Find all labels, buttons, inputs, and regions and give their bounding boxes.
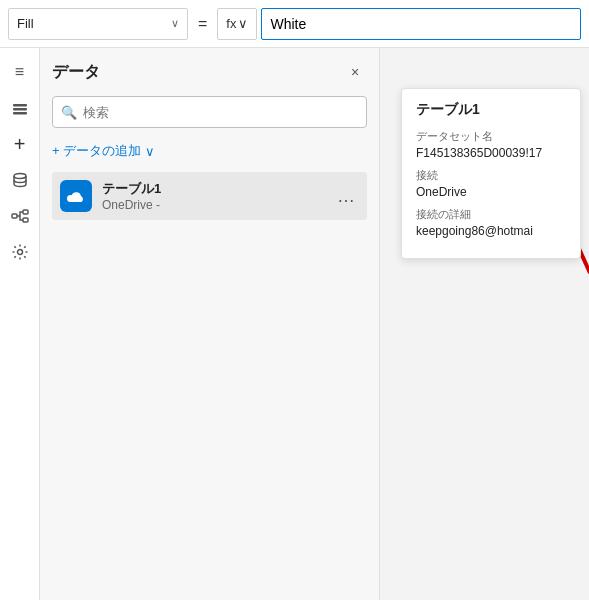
tooltip-connection-row: 接続 OneDrive <box>416 168 566 199</box>
add-data-chevron: ∨ <box>145 144 155 159</box>
tooltip-dataset-value: F145138365D00039!17 <box>416 146 566 160</box>
search-input[interactable] <box>83 105 358 120</box>
svg-point-3 <box>14 174 26 179</box>
database-icon[interactable] <box>4 164 36 196</box>
right-area: テーブル1 データセット名 F145138365D00039!17 接続 One… <box>380 48 589 600</box>
onedrive-icon <box>60 180 92 212</box>
svg-rect-1 <box>13 108 27 111</box>
svg-rect-5 <box>23 210 28 214</box>
fx-button[interactable]: fx ∨ <box>217 8 257 40</box>
data-item-info: テーブル1 OneDrive - <box>102 180 333 212</box>
tooltip-title: テーブル1 <box>416 101 566 119</box>
fill-dropdown-chevron: ∨ <box>171 17 179 30</box>
fill-dropdown[interactable]: Fill ∨ <box>8 8 188 40</box>
tooltip-connection-value: OneDrive <box>416 185 566 199</box>
svg-rect-6 <box>23 218 28 222</box>
formula-bar[interactable]: White <box>261 8 581 40</box>
tooltip-connection-detail-label: 接続の詳細 <box>416 207 566 222</box>
top-bar: Fill ∨ = fx ∨ White <box>0 0 589 48</box>
fx-label: fx <box>226 16 236 31</box>
left-sidebar: ≡ + <box>0 48 40 600</box>
connector-icon[interactable] <box>4 200 36 232</box>
tooltip-dataset-row: データセット名 F145138365D00039!17 <box>416 129 566 160</box>
add-data-button[interactable]: + データの追加 ∨ <box>52 138 367 164</box>
data-panel: データ × 🔍 + データの追加 ∨ テーブル1 OneDrive - <box>40 48 380 600</box>
search-icon: 🔍 <box>61 105 77 120</box>
data-item-table1[interactable]: テーブル1 OneDrive - … <box>52 172 367 220</box>
panel-header: データ × <box>52 60 367 84</box>
data-item-source: OneDrive - <box>102 198 333 212</box>
search-box[interactable]: 🔍 <box>52 96 367 128</box>
formula-value: White <box>270 16 306 32</box>
close-button[interactable]: × <box>343 60 367 84</box>
tooltip-dataset-label: データセット名 <box>416 129 566 144</box>
data-item-name: テーブル1 <box>102 180 333 198</box>
tooltip-card: テーブル1 データセット名 F145138365D00039!17 接続 One… <box>401 88 581 259</box>
fill-dropdown-label: Fill <box>17 16 34 31</box>
equals-sign: = <box>192 15 213 33</box>
panel-title: データ <box>52 62 100 83</box>
hamburger-icon[interactable]: ≡ <box>4 56 36 88</box>
add-icon[interactable]: + <box>4 128 36 160</box>
data-item-more-button[interactable]: … <box>333 186 359 207</box>
fx-chevron: ∨ <box>238 16 248 31</box>
tooltip-connection-detail-row: 接続の詳細 keepgoing86@hotmai <box>416 207 566 238</box>
main-layout: ≡ + <box>0 48 589 600</box>
tooltip-connection-label: 接続 <box>416 168 566 183</box>
svg-rect-2 <box>13 112 27 115</box>
svg-point-7 <box>17 250 22 255</box>
settings-icon[interactable] <box>4 236 36 268</box>
tooltip-connection-detail-value: keepgoing86@hotmai <box>416 224 566 238</box>
svg-rect-0 <box>13 104 27 107</box>
svg-rect-4 <box>12 214 17 218</box>
layers-icon[interactable] <box>4 92 36 124</box>
add-data-label: + データの追加 <box>52 142 141 160</box>
